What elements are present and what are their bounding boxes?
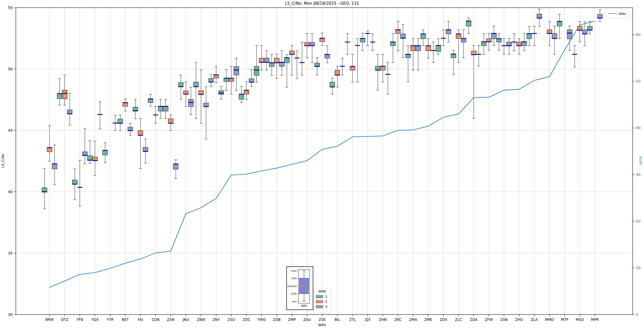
svg-text:ZJX: ZJX [365,317,371,322]
box-ZAU-wre1 [300,42,305,75]
box-ZOB-wre2 [274,54,279,78]
box-ZME-wre3 [431,42,436,62]
svg-text:ZFW: ZFW [485,317,493,322]
box-ZLA-wre3 [537,9,542,26]
box-ZLA-wre2 [532,26,537,45]
svg-text:ZLA: ZLA [531,317,538,322]
svg-text:MPR: MPR [591,317,599,322]
svg-text:MSD: MSD [576,317,584,322]
box-ZMP-wre2 [290,45,295,75]
x-axis-label: WRS [0,323,644,327]
box-CDB-wre3 [158,99,163,119]
svg-text:YYR: YYR [106,317,114,322]
box-CDB-wre2 [153,106,158,123]
svg-text:JNU: JNU [183,317,189,322]
box-ZFW-wre2 [486,33,491,50]
gridlines [16,8,633,315]
chart-title: L5_C/No: Mon 08/18/2025 - GEO: 131 [0,1,644,6]
wre-swatch-label: 3 [325,305,327,309]
svg-text:0: 0 [636,312,638,317]
box-ZHU-wre1 [512,34,517,51]
wre-swatch-1 [316,295,323,298]
svg-text:ZMA: ZMA [409,317,417,322]
box-ZSU-wre2 [229,66,234,94]
box-ZMP-wre1 [284,54,290,87]
svg-text:ZAU: ZAU [303,317,311,322]
box-ZTL-wre2 [350,54,355,82]
wre-legend-title: WRE [314,289,331,293]
box-ZAU-wre2 [305,33,310,58]
svg-text:YWG: YWG [257,317,266,322]
box-YFB-wre1 [72,169,77,199]
svg-text:ZDC: ZDC [243,317,250,322]
box-ZOB-wre3 [279,51,284,75]
box-MTP-wre3 [567,26,572,51]
svg-text:median: median [287,285,297,288]
box-ZHU-wre3 [522,34,527,51]
wre-legend: WRE 123 [313,288,331,313]
box-ZNY-wre1 [209,75,214,86]
box-YQX-wre1 [87,141,92,163]
svg-text:55: 55 [8,6,13,10]
box-ZDV-wre2 [441,30,446,46]
box-MTP-wre1 [557,14,562,38]
svg-text:YFB: YFB [76,317,83,322]
box-ZHN-wre1 [375,54,380,90]
box-ZLC-wre2 [456,30,461,63]
box-ZDV-wre3 [446,21,451,42]
svg-text:ZTL: ZTL [349,317,356,322]
box-ZSU-wre1 [224,70,229,90]
box-ZME-wre1 [421,30,426,46]
svg-text:50: 50 [636,79,641,83]
wre-swatch-3 [316,305,323,308]
box-MSD-wre3 [582,22,587,46]
wre-legend-entry-2: 2 [314,299,331,304]
box-ZOB-wre1 [269,54,274,75]
box-MPR-wre1 [587,21,592,34]
svg-text:ZSE: ZSE [319,317,326,322]
elev-legend: elev [605,9,629,18]
svg-text:MMD: MMD [545,317,554,322]
box-ZAU-wre3 [310,34,315,63]
box-ZHN-wre3 [385,62,390,94]
box-BRW-wre3 [52,145,57,184]
elev-line-swatch [608,13,617,14]
wre-legend-entries: 123 [314,294,331,309]
box-ZAB-wre1 [497,34,502,50]
box-YYR-wre3 [113,115,118,130]
box-ZAN-wre3 [173,160,178,179]
box-BET-wre3 [128,123,133,135]
box-ZMA-wre1 [406,46,411,82]
box-ZHU-wre2 [517,39,522,54]
box-ZKC-wre3 [400,25,405,58]
box-ZDV-wre1 [436,39,441,54]
box-ZME-wre2 [426,39,431,58]
svg-text:OTZ: OTZ [61,317,68,322]
box-ZAB-wre2 [502,38,507,54]
y-axis-label-right: ELEV [639,142,643,179]
box-ZDC-wre2 [244,82,249,99]
box-JNU-wre3 [188,87,193,115]
box-ZKC-wre2 [395,21,400,51]
box-ZAN-wre2 [168,115,173,131]
box-BIL-wre3 [340,58,345,75]
svg-text:ZKC: ZKC [394,317,402,322]
svg-text:ZBW: ZBW [197,317,205,322]
wre-swatch-label: 1 [325,295,327,299]
box-YQX-wre3 [97,102,102,129]
box-BIL-wre2 [335,66,340,87]
box-ZFW-wre1 [481,34,486,54]
box-MSD-wre1 [572,45,577,67]
svg-text:ZOB: ZOB [273,317,281,322]
box-ZHN-wre2 [380,54,385,82]
boxplot-chart: 3035404550550102030405060BRWOTZYFBYQXYYR… [0,0,644,328]
box-YWG-wre3 [264,51,269,70]
box-CDB-wre1 [148,94,153,106]
svg-text:FAI: FAI [138,317,143,322]
axes-spines [16,8,633,315]
svg-text:BET: BET [122,317,129,322]
svg-text:CDB: CDB [152,317,159,322]
box-ZNY-wre2 [214,66,219,83]
svg-text:BRW: BRW [45,317,54,322]
svg-text:ZNY: ZNY [213,317,220,322]
